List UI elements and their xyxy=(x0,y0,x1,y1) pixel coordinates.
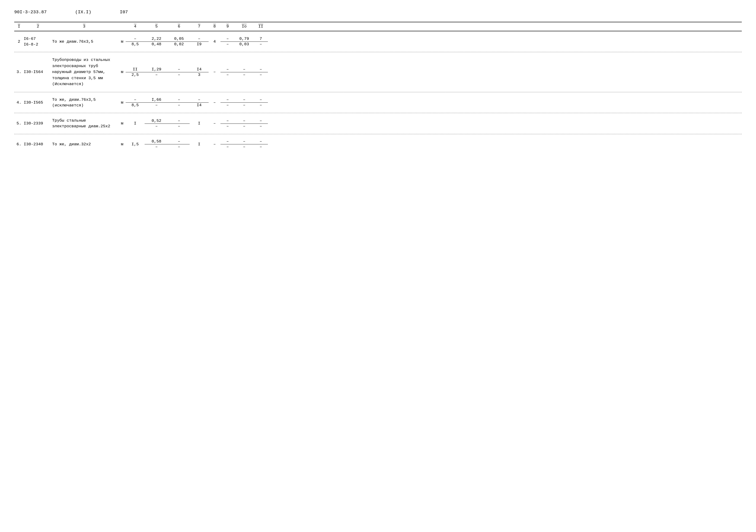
cell-row2-col11: – – xyxy=(254,67,268,77)
cell-row1-col3: То же диам.76х3,5 xyxy=(52,39,119,44)
cell-row3-col10: – – xyxy=(235,97,254,108)
cell-row4-col3: Трубы стальные электросварные диам.25х2 xyxy=(52,118,119,129)
cell-row2-col7: I4 3 xyxy=(190,67,209,77)
cell-row3-col4: – 8,5 xyxy=(126,97,145,108)
table-row: 2 I6-67 I6-8-2 То же диам.76х3,5 м – 8,5… xyxy=(14,31,742,52)
table-row: 4. I30-I565 То же, диам.76х3,5 (исключае… xyxy=(14,92,742,113)
cell-row5-col5: 0,58 – xyxy=(145,139,168,149)
cell-row2-col2: I30-I564 xyxy=(24,69,52,75)
cell-row1-col11: 7 – xyxy=(254,36,268,47)
cell-row5-col2: I30-2340 xyxy=(24,142,52,147)
cell-row2-col8: – xyxy=(209,69,221,75)
cell-row1-col9: – – xyxy=(221,36,235,47)
col-header-6: 6 xyxy=(168,24,190,29)
cell-row3-col5: I,66 – xyxy=(145,97,168,108)
cell-row4-unit: м xyxy=(119,121,126,126)
col-header-7: 7 xyxy=(190,24,209,29)
col-header-8: 8 xyxy=(209,24,221,29)
cell-row4-col8: – xyxy=(209,121,221,126)
cell-row5-col4: I,5 xyxy=(126,142,145,147)
cell-row4-col1: 5. xyxy=(14,121,24,126)
cell-row5-col3: То же, диам.32х2 xyxy=(52,142,119,147)
cell-row5-col11: – – xyxy=(254,139,268,149)
cell-row3-col3: То же, диам.76х3,5 (исключается) xyxy=(52,97,119,108)
cell-row4-col4: I xyxy=(126,121,145,126)
cell-row1-col4: – 8,5 xyxy=(126,36,145,47)
cell-row4-col11: – – xyxy=(254,118,268,129)
cell-row2-col3: Трубопроводы из стальных электросварных … xyxy=(52,57,119,87)
cell-row3-col1: 4. xyxy=(14,100,24,105)
col-header-9: 9 xyxy=(221,24,235,29)
cell-row4-col2: I30-2339 xyxy=(24,121,52,126)
column-headers: I 2 3 4 5 6 7 8 9 Io II xyxy=(14,22,742,31)
cell-row3-col8: – xyxy=(209,100,221,105)
cell-row4-col5: 0,52 – xyxy=(145,118,168,129)
section: (IX.I) xyxy=(75,10,91,15)
cell-row2-col1: 3. xyxy=(14,69,24,75)
cell-row5-col9: – – xyxy=(221,139,235,149)
cell-row1-col6: 0,05 0,02 xyxy=(168,36,190,47)
col-header-11: II xyxy=(254,24,268,29)
cell-row3-col7: – I4 xyxy=(190,97,209,108)
cell-row4-col7: I xyxy=(190,121,209,126)
cell-row1-col10: 0,79 0,03 xyxy=(235,36,254,47)
cell-row2-col4: II 2,5 xyxy=(126,67,145,77)
cell-row3-col11: – – xyxy=(254,97,268,108)
cell-row3-col6: – – xyxy=(168,97,190,108)
cell-row1-col2: I6-67 I6-8-2 xyxy=(24,36,52,47)
table-row: 5. I30-2339 Трубы стальные электросварны… xyxy=(14,113,742,134)
cell-row5-col1: 6. xyxy=(14,142,24,147)
cell-row2-unit: м xyxy=(119,69,126,75)
cell-row5-col7: I xyxy=(190,142,209,147)
cell-row3-col9: – – xyxy=(221,97,235,108)
cell-row5-col6: – – xyxy=(168,139,190,149)
page-header: 90I-3-233.87 (IX.I) I07 xyxy=(14,10,742,15)
table-row: 3. I30-I564 Трубопроводы из стальных эле… xyxy=(14,52,742,92)
cell-row4-col9: – – xyxy=(221,118,235,129)
col-header-3: 3 xyxy=(52,24,119,29)
cell-row1-col7: – I9 xyxy=(190,36,209,47)
cell-row5-unit: м xyxy=(119,142,126,147)
col-header-5: 5 xyxy=(145,24,168,29)
cell-row1-col5: 2,22 0,48 xyxy=(145,36,168,47)
col-header-4: 4 xyxy=(126,24,145,29)
table-row: 6. I30-2340 То же, диам.32х2 м I,5 0,58 … xyxy=(14,134,742,154)
cell-row1-col8: 4 xyxy=(209,39,221,44)
cell-row2-col6: – – xyxy=(168,67,190,77)
cell-row2-col5: I,29 – xyxy=(145,67,168,77)
cell-row2-col10: – – xyxy=(235,67,254,77)
cell-row1-unit: м xyxy=(119,39,126,44)
cell-row5-col10: – – xyxy=(235,139,254,149)
col-header-1: I xyxy=(14,24,24,29)
cell-row3-unit: м xyxy=(119,100,126,105)
main-table: I 2 3 4 5 6 7 8 9 Io II 2 I6-67 I6-8-2 Т… xyxy=(14,22,742,154)
cell-row4-col6: – – xyxy=(168,118,190,129)
col-header-2: 2 xyxy=(24,24,52,29)
cell-row4-col10: – – xyxy=(235,118,254,129)
cell-row2-col9: – – xyxy=(221,67,235,77)
col-header-10: Io xyxy=(235,24,254,29)
cell-row5-col8: – xyxy=(209,142,221,147)
doc-number: 90I-3-233.87 xyxy=(14,10,47,15)
page-number: I07 xyxy=(120,10,128,15)
cell-row3-col2: I30-I565 xyxy=(24,100,52,105)
cell-row1-col1: 2 xyxy=(14,39,24,44)
